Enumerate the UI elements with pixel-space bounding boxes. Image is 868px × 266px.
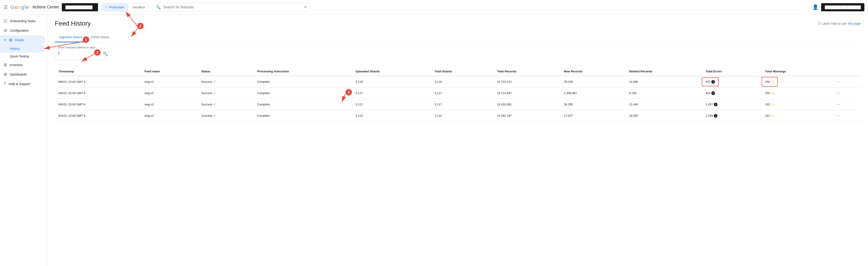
sidebar-label-dashboards: Dashboards xyxy=(10,73,27,76)
error-info-icon: i xyxy=(714,103,717,106)
sidebar-item-feeds[interactable]: ▼ ⊞ Feeds xyxy=(0,35,45,45)
cell-new-records: 25,428 xyxy=(560,76,625,88)
table-row[interactable]: 9/5/23, 23:00 GMT-4 owg.v2 Success ✓ Com… xyxy=(55,88,861,99)
profile-block[interactable]: ████████████████ xyxy=(821,3,864,11)
table-row[interactable]: 9/6/23, 23:00 GMT-4 owg.v2 Success ✓ Com… xyxy=(55,76,861,88)
cell-total-warnings: 191 ⚠ xyxy=(762,110,833,122)
logo-g2: g xyxy=(21,4,24,10)
env-production-label: Production xyxy=(109,5,124,9)
row-navigate-arrow[interactable]: → xyxy=(836,113,840,118)
dashboards-icon: ⊞ xyxy=(4,72,7,77)
sidebar-item-history[interactable]: History xyxy=(0,45,45,53)
cell-nav: → xyxy=(832,110,861,122)
info-circle-icon: ⓘ xyxy=(818,22,821,26)
sidebar-item-configuration[interactable]: ⚙ Configuration xyxy=(0,26,45,35)
env-tab-production[interactable]: ✓ Production xyxy=(101,3,128,11)
cell-timestamp: 9/4/23, 23:00 GMT-4 xyxy=(55,99,141,110)
env-sandbox-label: Sandbox xyxy=(132,5,145,9)
check-success-icon: ✓ xyxy=(213,91,216,95)
topbar-right: 👤 ████████████████ xyxy=(812,3,864,11)
sidebar-item-dashboards[interactable]: ⊞ Dashboards xyxy=(0,70,45,79)
account-settings-icon[interactable]: 👤 xyxy=(812,4,818,10)
cell-status: Success ✓ xyxy=(198,99,254,110)
sidebar-item-inventory[interactable]: ⊞ Inventory xyxy=(0,60,45,70)
row-navigate-arrow[interactable]: → xyxy=(836,91,840,95)
errors-badge: 402 i xyxy=(706,91,715,95)
topbar-left: ☰ Google Actions Center xyxy=(4,4,59,10)
logo-o1: o xyxy=(15,4,18,10)
cell-total-warnings: 192 ⚠ xyxy=(762,99,833,110)
sidebar-item-quick-testing[interactable]: Quick Testing xyxy=(0,53,45,60)
logo-l: l xyxy=(25,4,26,10)
cell-uploaded-shards: 3,114 xyxy=(352,110,431,122)
sidebar-label-quick-testing: Quick Testing xyxy=(10,55,29,58)
cell-feed-name: owg.v2 xyxy=(141,99,198,110)
account-switcher[interactable]: ████████████ xyxy=(62,3,98,11)
errors-badge: 1,257 i xyxy=(706,103,717,106)
lookback-search-icon[interactable]: 🔍 xyxy=(103,51,108,56)
sidebar-label-onboarding: Onboarding Tasks xyxy=(10,19,35,23)
cell-processing: Complete xyxy=(254,99,352,110)
col-timestamp: Timestamp xyxy=(55,67,141,76)
logo-g: G xyxy=(10,4,14,10)
col-total-errors: Total Errors xyxy=(702,67,762,76)
logo-e: e xyxy=(26,4,29,10)
error-info-icon: i xyxy=(711,80,715,84)
google-logo: Google xyxy=(10,4,29,10)
this-page-link[interactable]: this page xyxy=(848,22,861,25)
cell-total-errors: 1,258 i xyxy=(702,110,762,122)
col-total-warnings: Total Warnings xyxy=(762,67,833,76)
search-clear-icon[interactable]: × xyxy=(304,5,307,9)
cell-deleted-records: 14,986 xyxy=(625,76,702,88)
env-tabs: ✓ Production Sandbox xyxy=(101,3,149,11)
errors-badge: 1,258 i xyxy=(706,114,717,118)
lookback-input[interactable] xyxy=(58,52,103,56)
col-new-records: New Records xyxy=(560,67,625,76)
cell-deleted-records: 9,159 xyxy=(625,88,702,99)
cell-nav: → xyxy=(832,99,861,110)
cell-new-records: 36,285 xyxy=(560,99,625,110)
status-success: Success ✓ xyxy=(201,79,250,84)
tab-fetch-history[interactable]: Fetch history xyxy=(87,33,114,42)
cell-processing: Complete xyxy=(254,110,352,122)
cell-processing: Complete xyxy=(254,88,352,99)
warnings-badge: 250 ⚠ xyxy=(762,77,778,87)
warn-triangle-icon: ⚠ xyxy=(771,91,774,95)
warnings-badge: 191 ⚠ xyxy=(765,113,774,118)
lookback-field: Enter lookback window in days 🔍 xyxy=(55,48,104,60)
page-header: Feed History ⓘ Learn how to use this pag… xyxy=(55,20,861,27)
search-input[interactable] xyxy=(163,5,302,9)
warn-triangle-icon: ⚠ xyxy=(771,113,774,118)
cell-nav: → xyxy=(832,88,861,99)
sidebar-item-help[interactable]: ? Help & Support xyxy=(0,79,45,89)
col-feed-name: Feed name xyxy=(141,67,198,76)
search-icon: 🔍 xyxy=(156,5,161,10)
sidebar-item-onboarding[interactable]: ☑ Onboarding Tasks xyxy=(0,16,45,26)
cell-deleted-records: 12,446 xyxy=(625,99,702,110)
logo-o2: o xyxy=(18,4,21,10)
feeds-expand-icon: ▼ xyxy=(4,38,6,42)
cell-processing: Complete xyxy=(254,76,352,88)
row-navigate-arrow[interactable]: → xyxy=(836,79,840,84)
cell-deleted-records: 18,055 xyxy=(625,110,702,122)
cell-uploaded-shards: 3,118 xyxy=(352,76,431,88)
env-tab-sandbox[interactable]: Sandbox xyxy=(128,3,149,11)
table-row[interactable]: 9/3/23, 23:00 GMT-4 owg.v2 Success ✓ Com… xyxy=(55,110,861,122)
col-total-shards: Total Shards xyxy=(431,67,493,76)
sidebar-label-help: Help & Support xyxy=(9,82,30,86)
col-nav xyxy=(832,67,861,76)
row-navigate-arrow[interactable]: → xyxy=(836,102,840,106)
cell-total-records: 14,392,187 xyxy=(493,110,560,122)
menu-icon[interactable]: ☰ xyxy=(4,4,8,10)
cell-status: Success ✓ xyxy=(198,88,254,99)
cell-timestamp: 9/5/23, 23:00 GMT-4 xyxy=(55,88,141,99)
cell-new-records: 1,306,987 xyxy=(560,88,625,99)
col-uploaded-shards: Uploaded Shards xyxy=(352,67,431,76)
status-success: Success ✓ xyxy=(201,91,250,95)
learn-text: Learn how to use xyxy=(822,22,846,25)
cell-feed-name: owg.v2 xyxy=(141,110,198,122)
main-content: Feed History ⓘ Learn how to use this pag… xyxy=(48,14,868,266)
inventory-icon: ⊞ xyxy=(4,62,7,67)
tab-ingestion-history[interactable]: Ingestion history xyxy=(55,33,87,42)
table-row[interactable]: 9/4/23, 23:00 GMT-4 owg.v2 Success ✓ Com… xyxy=(55,99,861,110)
